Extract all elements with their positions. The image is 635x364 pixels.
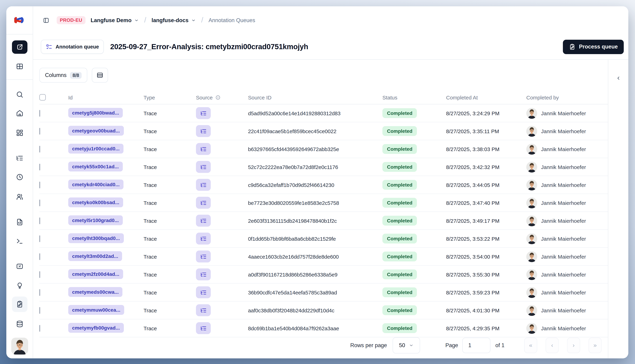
column-header-source-id: Source ID	[248, 94, 382, 100]
row-checkbox[interactable]	[39, 271, 40, 278]
row-checkbox[interactable]	[39, 200, 40, 206]
row-checkbox[interactable]	[39, 235, 40, 242]
previous-page-button[interactable]: ‹	[546, 338, 559, 353]
rows-per-page-select[interactable]: 50	[393, 337, 420, 354]
completed-by: Jannik Maierhoefer	[526, 233, 608, 244]
page-number-input[interactable]: 1	[462, 338, 490, 353]
sidebar-item-database[interactable]	[12, 317, 27, 331]
row-checkbox[interactable]	[39, 182, 40, 188]
item-id-link[interactable]: cmetymmuw00cea...	[68, 305, 124, 315]
row-checkbox[interactable]	[39, 128, 40, 134]
next-page-button[interactable]: ›	[567, 338, 580, 353]
item-type: Trace	[143, 182, 196, 188]
row-checkbox[interactable]	[39, 253, 40, 260]
langfuse-logo[interactable]	[6, 6, 33, 34]
external-link-icon	[16, 43, 23, 51]
select-all-checkbox[interactable]	[39, 94, 46, 100]
source-trace-button[interactable]	[196, 179, 211, 191]
info-icon[interactable]	[215, 95, 221, 100]
row-checkbox[interactable]	[39, 110, 40, 116]
sidebar-item-table-grid[interactable]	[12, 60, 27, 74]
item-type: Trace	[143, 218, 196, 224]
completed-by: Jannik Maierhoefer	[526, 179, 608, 190]
project-switcher[interactable]: langfuse-docs	[152, 17, 196, 23]
row-checkbox[interactable]	[39, 164, 40, 170]
breadcrumb-section[interactable]: Annotation Queues	[208, 17, 255, 23]
row-checkbox[interactable]	[39, 217, 40, 224]
sidebar-item-file-code[interactable]	[12, 215, 27, 229]
completed-at: 8/27/2025, 3:44:05 PM	[446, 182, 526, 188]
sidebar-item-home[interactable]	[12, 106, 27, 120]
item-type: Trace	[143, 307, 196, 313]
status-badge: Completed	[382, 305, 417, 315]
user-avatar[interactable]	[11, 338, 28, 354]
column-header-completed-by: Completed by	[526, 94, 608, 100]
clipboard-pen-icon	[569, 44, 575, 50]
completed-by: Jannik Maierhoefer	[526, 269, 608, 280]
source-trace-button[interactable]	[196, 268, 211, 280]
completed-at: 8/27/2025, 4:01:30 PM	[446, 307, 526, 313]
source-trace-button[interactable]	[196, 125, 211, 137]
user-name: Jannik Maierhoefer	[541, 164, 586, 170]
sidebar-item-trace-tree[interactable]	[12, 151, 27, 165]
source-trace-button[interactable]	[196, 250, 211, 262]
row-checkbox[interactable]	[39, 146, 40, 152]
completed-at: 8/27/2025, 3:54:00 PM	[446, 254, 526, 260]
home-icon	[16, 109, 23, 117]
sidebar-item-evaluation[interactable]	[12, 259, 27, 273]
sidebar-item-annotation-queues[interactable]	[12, 296, 27, 312]
table-toolbar: Columns 8/8	[33, 60, 608, 91]
row-checkbox[interactable]	[39, 325, 40, 332]
sidebar-item-search[interactable]	[12, 88, 27, 102]
source-trace-button[interactable]	[196, 286, 211, 298]
completed-by: Jannik Maierhoefer	[526, 323, 608, 334]
item-id-link[interactable]: cmetyl5r100grad0...	[68, 215, 123, 225]
item-id-link[interactable]: cmetykdr400ciad0...	[68, 179, 123, 189]
item-id-link[interactable]: cmetyk55x00c1ad...	[68, 162, 123, 171]
table-row: cmetyju1r00ccad0... Trace b63297665cfd44…	[39, 140, 608, 158]
process-queue-button[interactable]: Process queue	[563, 40, 624, 54]
completed-by: Jannik Maierhoefer	[526, 251, 608, 262]
columns-button[interactable]: Columns 8/8	[39, 68, 87, 82]
item-id-link[interactable]: cmetymyfb00gvad...	[68, 323, 124, 332]
source-id: be7723e30d8020559fe1e8583e2c5758	[248, 200, 382, 206]
source-id: a0df3f901167218d86b5286e6338a5e9	[248, 272, 382, 278]
source-trace-button[interactable]	[196, 107, 211, 119]
item-id-link[interactable]: cmetym2fz00d4ad...	[68, 269, 123, 279]
item-id-link[interactable]: cmetyg5j800bwad...	[68, 108, 123, 118]
user-avatar	[526, 251, 537, 262]
user-name: Jannik Maierhoefer	[541, 200, 586, 206]
expand-panel-button[interactable]	[613, 73, 623, 83]
source-trace-button[interactable]	[196, 304, 211, 316]
item-id-link[interactable]: cmetylht300bqad0...	[68, 233, 124, 243]
source-trace-button[interactable]	[196, 161, 211, 173]
sidebar-item-clock[interactable]	[12, 170, 27, 184]
sidebar-item-users[interactable]	[12, 190, 27, 204]
item-id-link[interactable]: cmetygeov00buad...	[68, 126, 124, 136]
source-id: c9d56ca32efaff1b70d9d52f46614230	[248, 182, 382, 188]
sidebar-item-lightbulb[interactable]	[12, 278, 27, 293]
item-id-link[interactable]: cmetymeds00cwa...	[68, 287, 123, 297]
sidebar-toggle-button[interactable]	[41, 15, 51, 26]
source-trace-button[interactable]	[196, 215, 211, 226]
list-tree-icon	[200, 253, 207, 260]
sidebar-item-external-link[interactable]	[12, 40, 27, 54]
item-id-link[interactable]: cmetyju1r00ccad0...	[68, 144, 123, 153]
project-name: langfuse-docs	[152, 17, 188, 23]
sidebar-item-dashboard[interactable]	[12, 126, 27, 140]
item-id-link[interactable]: cmetyko0k00bsad...	[68, 197, 123, 207]
row-height-button[interactable]	[92, 68, 108, 82]
item-id-link[interactable]: cmetylt3m00d2ad...	[68, 251, 122, 261]
app-window: PROD-EU Langfuse Demo / langfuse-docs / …	[6, 6, 628, 358]
source-trace-button[interactable]	[196, 197, 211, 209]
row-checkbox[interactable]	[39, 307, 40, 314]
first-page-button[interactable]: «	[524, 338, 537, 353]
source-id: d5ad9d52a00c6e14e1d4192880312d83	[248, 110, 382, 116]
org-switcher[interactable]: Langfuse Demo	[91, 17, 139, 23]
source-trace-button[interactable]	[196, 143, 211, 155]
source-trace-button[interactable]	[196, 232, 211, 244]
row-checkbox[interactable]	[39, 289, 40, 296]
sidebar-item-terminal[interactable]	[12, 234, 27, 248]
last-page-button[interactable]: »	[588, 338, 601, 353]
list-tree-icon	[200, 200, 207, 206]
